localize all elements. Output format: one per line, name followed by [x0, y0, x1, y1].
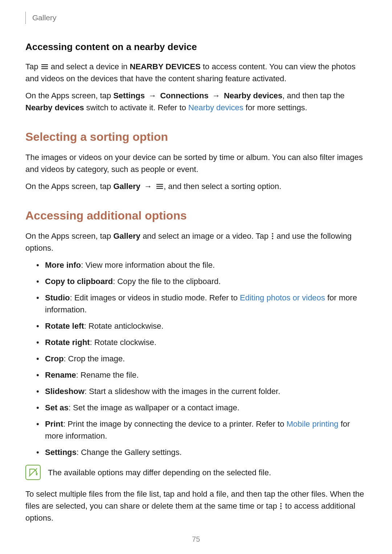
paragraph-sorting-2: On the Apps screen, tap Gallery → , and … — [25, 180, 367, 192]
text: and select an image or a video. Tap — [140, 231, 271, 241]
breadcrumb: Gallery — [25, 12, 367, 24]
text: , and then select a sorting option. — [164, 182, 281, 191]
text: On the Apps screen, tap — [25, 182, 113, 191]
text-bold: Rotate left — [45, 321, 84, 331]
svg-rect-1 — [41, 66, 48, 67]
text: : Start a slideshow with the images in t… — [85, 387, 280, 396]
text-bold: Studio — [45, 293, 70, 302]
svg-point-7 — [272, 235, 273, 237]
text-bold: Settings — [113, 91, 145, 100]
breadcrumb-label: Gallery — [32, 12, 57, 24]
text: Tap — [25, 62, 41, 71]
more-icon — [279, 503, 283, 509]
link-editing-photos[interactable]: Editing photos or videos — [240, 293, 325, 302]
svg-rect-4 — [156, 186, 163, 187]
link-nearby-devices[interactable]: Nearby devices — [188, 103, 244, 112]
text: : Change the Gallery settings. — [77, 448, 182, 457]
crumb-divider — [25, 12, 26, 24]
heading-sorting-option: Selecting a sorting option — [25, 128, 367, 145]
paragraph-nearby-1: Tap and select a device in NEARBY DEVICE… — [25, 61, 367, 85]
link-mobile-printing[interactable]: Mobile printing — [286, 419, 338, 428]
text-bold: Settings — [45, 448, 77, 457]
svg-rect-3 — [156, 184, 163, 185]
text-bold: Copy to clipboard — [45, 277, 113, 286]
text: and select a device in — [49, 62, 130, 71]
note-row: The available options may differ dependi… — [25, 465, 367, 480]
heading-additional-options: Accessing additional options — [25, 207, 367, 224]
text-bold: Nearby devices — [224, 91, 282, 100]
arrow-icon: → — [140, 182, 156, 191]
text-bold: Rotate right — [45, 338, 90, 347]
text-bold: Nearby devices — [25, 103, 84, 112]
list-item: Rotate right: Rotate clockwise. — [36, 336, 367, 348]
note-text: The available options may differ dependi… — [48, 467, 271, 479]
svg-rect-2 — [41, 68, 48, 69]
text-bold: Connections — [160, 91, 208, 100]
text: On the Apps screen, tap — [25, 91, 113, 100]
text: switch to activate it. Refer to — [84, 103, 188, 112]
paragraph-additional-1: On the Apps screen, tap Gallery and sele… — [25, 230, 367, 254]
text-bold: Rename — [45, 370, 76, 379]
list-item: Rotate left: Rotate anticlockwise. — [36, 320, 367, 332]
list-item: Copy to clipboard: Copy the file to the … — [36, 275, 367, 287]
text-bold: Crop — [45, 354, 64, 363]
svg-rect-5 — [156, 188, 163, 189]
text-bold: Slideshow — [45, 387, 85, 396]
paragraph-multiselect: To select multiple files from the file l… — [25, 488, 367, 524]
list-item: Settings: Change the Gallery settings. — [36, 446, 367, 458]
heading-accessing-nearby: Accessing content on a nearby device — [25, 40, 367, 54]
text: : View more information about the file. — [81, 260, 215, 270]
svg-point-6 — [272, 233, 273, 235]
svg-point-9 — [280, 503, 282, 505]
text-bold: Print — [45, 419, 63, 428]
text-bold: Gallery — [113, 231, 140, 241]
text: : Copy the file to the clipboard. — [113, 277, 221, 286]
list-item: More info: View more information about t… — [36, 259, 367, 271]
text-bold: Set as — [45, 403, 69, 412]
text-bold: Gallery — [113, 182, 140, 191]
text: : Print the image by connecting the devi… — [63, 419, 286, 428]
paragraph-sorting-1: The images or videos on your device can … — [25, 151, 367, 175]
text: : Crop the image. — [64, 354, 125, 363]
list-item: Crop: Crop the image. — [36, 353, 367, 365]
svg-point-11 — [280, 508, 282, 509]
svg-point-10 — [280, 505, 282, 507]
text-bold: More info — [45, 260, 81, 270]
list-item: Studio: Edit images or videos in studio … — [36, 292, 367, 316]
list-item: Slideshow: Start a slideshow with the im… — [36, 385, 367, 397]
options-list: More info: View more information about t… — [36, 259, 367, 458]
list-item: Rename: Rename the file. — [36, 369, 367, 381]
hamburger-icon — [156, 184, 164, 189]
svg-point-8 — [272, 238, 273, 239]
paragraph-nearby-2: On the Apps screen, tap Settings → Conne… — [25, 90, 367, 114]
text: : Edit images or videos in studio mode. … — [70, 293, 240, 302]
list-item: Print: Print the image by connecting the… — [36, 418, 367, 442]
text: , and then tap the — [282, 91, 344, 100]
text-bold: NEARBY DEVICES — [130, 62, 200, 71]
text: : Rotate clockwise. — [90, 338, 156, 347]
more-icon — [271, 233, 274, 239]
text: : Set the image as wallpaper or a contac… — [69, 403, 240, 412]
hamburger-icon — [41, 64, 49, 69]
arrow-icon: → — [208, 91, 224, 100]
svg-rect-0 — [41, 64, 48, 65]
text: : Rename the file. — [76, 370, 139, 379]
list-item: Set as: Set the image as wallpaper or a … — [36, 402, 367, 414]
note-icon — [25, 465, 41, 480]
text: On the Apps screen, tap — [25, 231, 113, 241]
page-number: 75 — [0, 534, 392, 545]
text: for more settings. — [243, 103, 307, 112]
text: : Rotate anticlockwise. — [84, 321, 164, 331]
arrow-icon: → — [145, 91, 160, 100]
